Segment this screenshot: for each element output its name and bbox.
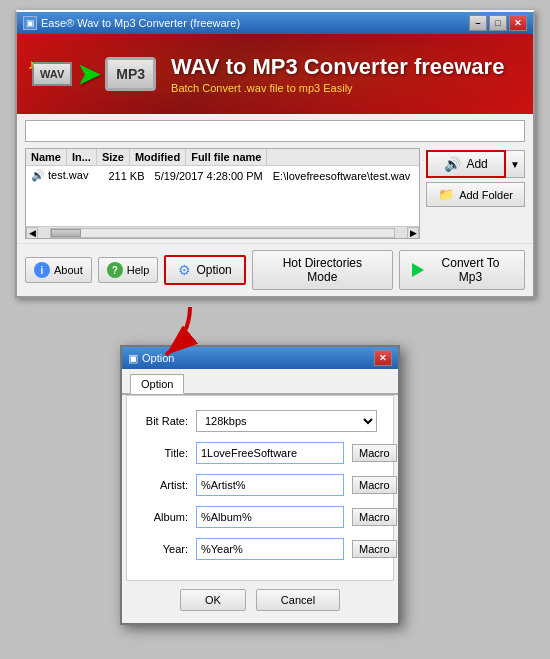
dialog-title-bar: ▣ Option ✕	[122, 347, 398, 369]
play-icon	[412, 263, 424, 277]
year-label: Year:	[143, 543, 188, 555]
minimize-button[interactable]: –	[469, 15, 487, 31]
gear-icon: ⚙	[178, 262, 191, 278]
artist-row: Artist: Macro	[143, 474, 377, 496]
option-tab[interactable]: Option	[130, 374, 184, 394]
option-dialog: ▣ Option ✕ Option Bit Rate: 128kbps Titl…	[120, 345, 400, 625]
bottom-toolbar: i About ? Help ⚙ Option Hot Directories …	[17, 243, 533, 296]
close-button[interactable]: ✕	[509, 15, 527, 31]
app-icon: ▣	[23, 16, 37, 30]
scroll-left-button[interactable]: ◀	[26, 227, 38, 239]
add-button-row: 🔊 Add ▼	[426, 150, 525, 178]
artist-label: Artist:	[143, 479, 188, 491]
convert-label: Convert To Mp3	[429, 256, 512, 284]
add-label: Add	[466, 157, 487, 171]
file-modified: 5/19/2017 4:28:00 PM	[150, 169, 268, 183]
artist-macro-button[interactable]: Macro	[352, 476, 397, 494]
window-title: Ease® Wav to Mp3 Converter (freeware)	[41, 17, 240, 29]
col-size: Size	[97, 149, 130, 165]
title-label: Title:	[143, 447, 188, 459]
bit-rate-label: Bit Rate:	[143, 415, 188, 427]
dialog-footer: OK Cancel	[122, 581, 398, 623]
dialog-close-button[interactable]: ✕	[374, 350, 392, 366]
file-in	[93, 175, 103, 177]
dialog-content: Bit Rate: 128kbps Title: Macro Artist: M…	[126, 395, 394, 581]
file-list-wrapper: Name In... Size Modified Full file name …	[25, 148, 420, 239]
banner-heading: WAV to MP3 Converter freeware	[171, 54, 504, 80]
dialog-icon: ▣	[128, 352, 138, 365]
about-button[interactable]: i About	[25, 257, 92, 283]
file-fullname: E:\lovefreesoftware\test.wav	[268, 169, 416, 183]
year-input[interactable]	[196, 538, 344, 560]
maximize-button[interactable]: □	[489, 15, 507, 31]
option-label: Option	[196, 263, 231, 277]
add-icon: 🔊	[444, 156, 461, 172]
title-row: Title: Macro	[143, 442, 377, 464]
audio-icon: 🔊	[31, 169, 45, 181]
file-list-body[interactable]: 🔊 test.wav 211 KB 5/19/2017 4:28:00 PM E…	[26, 166, 419, 226]
file-name: test.wav	[48, 169, 88, 181]
convert-button[interactable]: Convert To Mp3	[399, 250, 525, 290]
arrow-right-icon: ➤	[77, 58, 100, 91]
col-fullname: Full file name	[186, 149, 267, 165]
col-in: In...	[67, 149, 97, 165]
hot-dir-label: Hot Directories Mode	[283, 256, 362, 284]
file-list-container: Name In... Size Modified Full file name …	[17, 148, 533, 243]
file-size: 211 KB	[103, 169, 149, 183]
bit-rate-row: Bit Rate: 128kbps	[143, 410, 377, 432]
hot-directories-button[interactable]: Hot Directories Mode	[252, 250, 393, 290]
bit-rate-select[interactable]: 128kbps	[196, 410, 377, 432]
ok-button[interactable]: OK	[180, 589, 246, 611]
add-folder-label: Add Folder	[459, 189, 513, 201]
col-modified: Modified	[130, 149, 186, 165]
scrollbar-thumb[interactable]	[51, 229, 81, 237]
wav-label: WAV	[32, 62, 72, 86]
file-icon-name: 🔊 test.wav	[26, 168, 93, 183]
year-macro-button[interactable]: Macro	[352, 540, 397, 558]
banner-subtitle: Batch Convert .wav file to mp3 Easily	[171, 82, 504, 94]
about-label: About	[54, 264, 83, 276]
right-buttons: 🔊 Add ▼ 📁 Add Folder	[426, 148, 525, 239]
scrollbar-track[interactable]	[50, 228, 395, 238]
main-window: ▣ Ease® Wav to Mp3 Converter (freeware) …	[15, 10, 535, 298]
year-row: Year: Macro	[143, 538, 377, 560]
add-dropdown-button[interactable]: ▼	[506, 150, 525, 178]
dialog-title-left: ▣ Option	[128, 352, 174, 365]
help-button[interactable]: ? Help	[98, 257, 159, 283]
file-list-header: Name In... Size Modified Full file name	[26, 149, 419, 166]
mp3-label: MP3	[105, 57, 156, 91]
help-icon: ?	[107, 262, 123, 278]
search-bar	[17, 114, 533, 148]
banner-title: WAV to MP3 Converter freeware Batch Conv…	[171, 54, 504, 94]
title-macro-button[interactable]: Macro	[352, 444, 397, 462]
dialog-tab-bar: Option	[122, 369, 398, 395]
info-icon: i	[34, 262, 50, 278]
dialog-title-text: Option	[142, 352, 174, 364]
title-bar-controls: – □ ✕	[469, 15, 527, 31]
album-input[interactable]	[196, 506, 344, 528]
horizontal-scrollbar[interactable]: ◀ ▶	[26, 226, 419, 238]
col-name: Name	[26, 149, 67, 165]
album-label: Album:	[143, 511, 188, 523]
title-bar: ▣ Ease® Wav to Mp3 Converter (freeware) …	[17, 12, 533, 34]
header-banner: WAV ➤ MP3 WAV to MP3 Converter freeware …	[17, 34, 533, 114]
title-bar-left: ▣ Ease® Wav to Mp3 Converter (freeware)	[23, 16, 240, 30]
scroll-right-button[interactable]: ▶	[407, 227, 419, 239]
cancel-button[interactable]: Cancel	[256, 589, 340, 611]
album-row: Album: Macro	[143, 506, 377, 528]
album-macro-button[interactable]: Macro	[352, 508, 397, 526]
search-input[interactable]	[25, 120, 525, 142]
title-input[interactable]	[196, 442, 344, 464]
add-folder-button[interactable]: 📁 Add Folder	[426, 182, 525, 207]
help-label: Help	[127, 264, 150, 276]
banner-logo: WAV ➤ MP3	[32, 57, 156, 91]
add-button[interactable]: 🔊 Add	[426, 150, 506, 178]
table-row[interactable]: 🔊 test.wav 211 KB 5/19/2017 4:28:00 PM E…	[26, 166, 419, 185]
folder-icon: 📁	[438, 187, 454, 202]
artist-input[interactable]	[196, 474, 344, 496]
option-button[interactable]: ⚙ Option	[164, 255, 245, 285]
